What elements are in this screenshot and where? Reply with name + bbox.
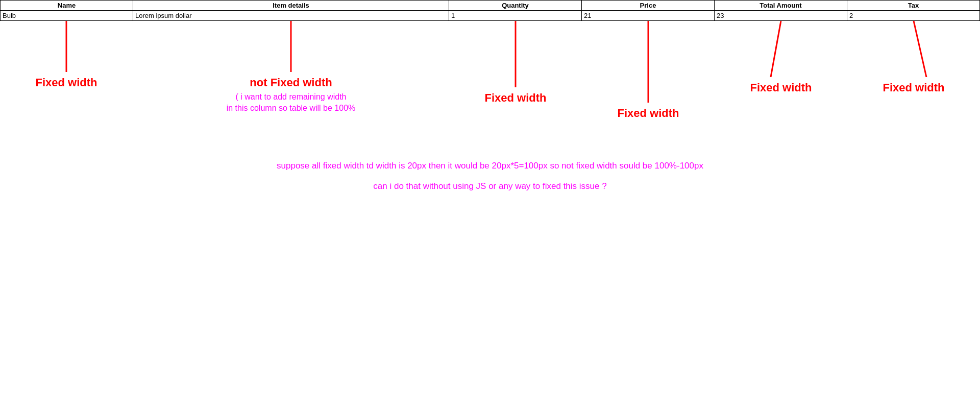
arrow-line-item [289, 21, 292, 72]
col-header-total: Total Amount [715, 1, 847, 11]
col-header-tax: Tax [847, 1, 980, 11]
arrow-line-name [65, 21, 68, 72]
fixed-label-total: Fixed width [750, 81, 812, 94]
arrow-line-tax [898, 21, 929, 77]
arrow-line-price [647, 21, 650, 103]
arrow-line-total [766, 21, 796, 77]
fixed-label-price: Fixed width [618, 107, 679, 120]
not-fixed-label-item: not Fixed width [250, 76, 332, 89]
cell-price: 21 [582, 11, 715, 21]
annotation-col-price: Fixed width [582, 21, 715, 120]
table-row: Bulb Lorem ipsum dollar 1 21 23 2 [1, 11, 980, 21]
fixed-label-tax: Fixed width [883, 81, 945, 94]
fixed-label-qty: Fixed width [485, 91, 547, 105]
col-header-price: Price [582, 1, 715, 11]
col-header-item: Item details [133, 1, 449, 11]
annotation-col-total: Fixed width [715, 21, 847, 120]
cell-item: Lorem ipsum dollar [133, 11, 449, 21]
bottom-notes: suppose all fixed width td width is 20px… [0, 161, 980, 191]
data-table: Name Item details Quantity Price Total A… [0, 0, 980, 21]
cell-name: Bulb [1, 11, 133, 21]
annotation-col-tax: Fixed width [847, 21, 980, 120]
sub-label-item: ( i want to add remaining widthin this c… [227, 91, 356, 114]
cell-tax: 2 [847, 11, 980, 21]
bottom-note-2: can i do that without using JS or any wa… [0, 181, 980, 191]
svg-line-5 [914, 21, 926, 77]
cell-total: 23 [715, 11, 847, 21]
col-header-qty: Quantity [449, 1, 582, 11]
annotation-col-item: not Fixed width ( i want to add remainin… [133, 21, 449, 120]
annotation-col-name: Fixed width [0, 21, 133, 120]
cell-qty: 1 [449, 11, 582, 21]
fixed-label-name: Fixed width [36, 76, 97, 89]
arrow-line-qty [514, 21, 517, 87]
table-header-row: Name Item details Quantity Price Total A… [1, 1, 980, 11]
annotations-container: Fixed width not Fixed width ( i want to … [0, 21, 980, 120]
svg-line-4 [771, 21, 781, 77]
table-wrapper: Name Item details Quantity Price Total A… [0, 0, 980, 21]
annotation-col-qty: Fixed width [449, 21, 582, 120]
col-header-name: Name [1, 1, 133, 11]
bottom-note-1: suppose all fixed width td width is 20px… [0, 161, 980, 171]
